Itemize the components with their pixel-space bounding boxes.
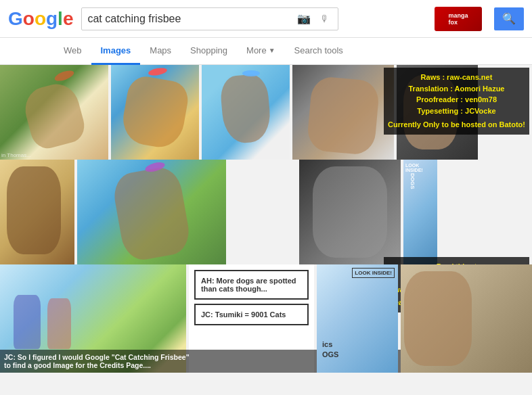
cat-image-7[interactable] (77, 160, 226, 264)
credits-hosting: Currently Only to be hosted on Batoto! (388, 119, 525, 131)
book-cover[interactable]: LOOK INSIDE! icsOGS (317, 264, 398, 373)
cat-image-1[interactable]: in Thomas... (0, 65, 108, 160)
credits-overlay-top: Raws : raw-cans.net Translation : Aomori… (384, 68, 529, 135)
mic-button[interactable]: 🎙 (317, 11, 332, 27)
image-row-2: DOGS LOOK INSIDE! Read this at http://ww… (0, 160, 532, 264)
search-bar: 📷 🎙 (81, 7, 338, 30)
anime-image[interactable]: JC: So I figured I would Google "Cat Cat… (0, 264, 186, 373)
cat-image-2[interactable] (111, 65, 199, 160)
cat-image-6[interactable] (0, 160, 74, 264)
manga-dialog-1: AH: More dogs are spotted than cats thou… (194, 270, 309, 300)
dogs-book-text: DOGS (409, 173, 416, 244)
image-row-1: in Thomas... Raws : raw-cans.net Transla… (0, 65, 532, 160)
credits-typesetting: Typesetting : JCVocke (388, 106, 525, 117)
nav-images[interactable]: Images (91, 38, 141, 65)
cat-image-right[interactable] (401, 264, 532, 373)
google-logo: Google (8, 8, 73, 30)
nav-maps[interactable]: Maps (140, 38, 181, 65)
look-inside-badge: LOOK INSIDE! (352, 268, 395, 278)
cat-image-4[interactable] (292, 65, 394, 160)
cat-image-9[interactable] (299, 160, 401, 264)
nav-more[interactable]: More ▼ (237, 38, 285, 65)
nav-search-tools[interactable]: Search tools (285, 38, 353, 65)
dropdown-arrow: ▼ (269, 47, 275, 54)
header-right: mangafox 🔍 (435, 7, 524, 31)
cat-image-3[interactable] (202, 65, 290, 160)
nav-shopping[interactable]: Shopping (181, 38, 237, 65)
credits-translation: Translation : Aomori Hazue (388, 83, 525, 95)
manga-logo: mangafox (435, 7, 482, 31)
manga-dialog-2: JC: Tsumiki = 9001 Cats (194, 304, 309, 325)
search-icons: 📷 🎙 (294, 9, 332, 28)
nav-web[interactable]: Web (54, 38, 91, 65)
search-button[interactable]: 🔍 (494, 7, 524, 30)
image-row-3: JC: So I figured I would Google "Cat Cat… (0, 264, 532, 373)
main-content: in Thomas... Raws : raw-cans.net Transla… (0, 65, 532, 395)
search-input[interactable] (87, 13, 294, 25)
nav-bar: Web Images Maps Shopping More ▼ Search t… (0, 38, 532, 65)
credits-raws: Raws : raw-cans.net (388, 72, 525, 83)
header: Google 📷 🎙 mangafox 🔍 (0, 0, 532, 38)
book-title: icsOGS (322, 340, 338, 359)
dogs-book-cover[interactable]: DOGS LOOK INSIDE! (403, 160, 437, 264)
credits-proofreader: Proofreader : ven0m78 (388, 94, 525, 106)
camera-button[interactable]: 📷 (294, 9, 313, 28)
search-icon: 🔍 (502, 12, 516, 25)
